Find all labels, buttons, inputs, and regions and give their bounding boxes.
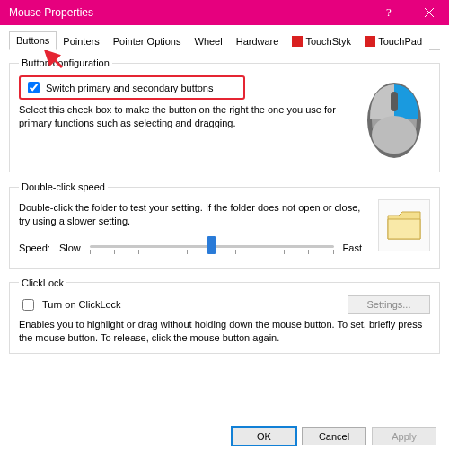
dialog-button-row: OK Cancel Apply xyxy=(232,427,436,445)
tab-strip: Buttons Pointers Pointer Options Wheel H… xyxy=(9,31,440,50)
help-button[interactable]: ? xyxy=(370,0,409,25)
window-title: Mouse Properties xyxy=(9,6,370,19)
speed-label: Speed: xyxy=(19,242,50,253)
double-click-speed-slider[interactable] xyxy=(90,237,334,259)
close-button[interactable] xyxy=(409,0,449,25)
turn-on-clicklock-checkbox[interactable] xyxy=(22,299,34,311)
svg-rect-6 xyxy=(391,92,398,111)
apply-button: Apply xyxy=(372,427,436,445)
tab-label: Hardware xyxy=(236,36,279,47)
tab-hardware[interactable]: Hardware xyxy=(229,31,286,50)
click-lock-group: ClickLock Turn on ClickLock Settings... … xyxy=(9,278,440,355)
turn-on-clicklock-label: Turn on ClickLock xyxy=(42,299,121,310)
switch-buttons-help: Select this check box to make the button… xyxy=(19,103,349,130)
tab-label: Pointers xyxy=(63,36,99,47)
double-click-test-folder[interactable] xyxy=(378,199,430,251)
cancel-button[interactable]: Cancel xyxy=(302,427,366,445)
speed-slow-label: Slow xyxy=(59,242,81,253)
dialog-content: Buttons Pointers Pointer Options Wheel H… xyxy=(0,25,449,372)
button-configuration-group: Button configuration Switch primary and … xyxy=(9,57,440,172)
group-legend: ClickLock xyxy=(19,278,66,288)
title-bar: Mouse Properties ? xyxy=(0,0,449,25)
group-legend: Button configuration xyxy=(19,57,112,68)
speed-fast-label: Fast xyxy=(343,242,362,253)
ok-button[interactable]: OK xyxy=(232,427,296,445)
tab-label: TouchPad xyxy=(378,36,422,47)
slider-thumb[interactable] xyxy=(207,236,216,254)
tab-pointers[interactable]: Pointers xyxy=(56,31,106,50)
tab-label: TouchStyk xyxy=(305,36,351,47)
tab-touchpad[interactable]: TouchPad xyxy=(357,31,429,50)
synaptics-icon xyxy=(365,36,375,47)
annotation-highlight: Switch primary and secondary buttons xyxy=(19,75,245,100)
tab-label: Wheel xyxy=(195,36,223,47)
svg-point-7 xyxy=(372,116,417,154)
tab-pointer-options[interactable]: Pointer Options xyxy=(106,31,189,50)
clicklock-help: Enables you to highlight or drag without… xyxy=(19,318,430,345)
switch-buttons-label: Switch primary and secondary buttons xyxy=(46,83,213,93)
synaptics-icon xyxy=(292,36,303,47)
double-click-speed-group: Double-click speed Double-click the fold… xyxy=(9,181,440,269)
tab-buttons[interactable]: Buttons xyxy=(9,31,57,50)
svg-text:?: ? xyxy=(386,6,392,19)
group-legend: Double-click speed xyxy=(19,181,108,192)
tab-touchstyk[interactable]: TouchStyk xyxy=(285,31,358,50)
clicklock-settings-button: Settings... xyxy=(348,295,430,314)
switch-buttons-checkbox[interactable] xyxy=(28,82,40,93)
tab-label: Buttons xyxy=(16,35,49,46)
tab-label: Pointer Options xyxy=(113,36,181,47)
mouse-illustration xyxy=(358,75,430,163)
tab-wheel[interactable]: Wheel xyxy=(188,31,230,50)
double-click-help: Double-click the folder to test your set… xyxy=(19,201,362,228)
